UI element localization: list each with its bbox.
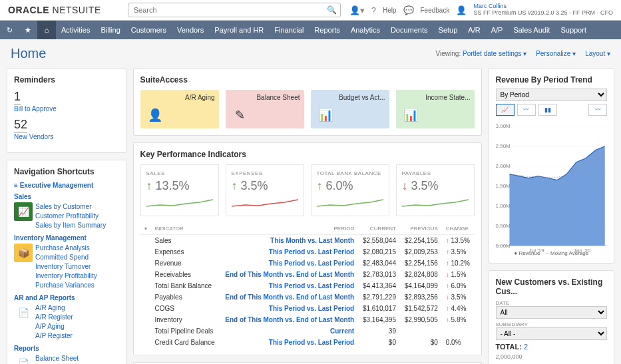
nav-documents[interactable]: Documents — [385, 21, 433, 39]
shortcut-link[interactable]: A/R Aging — [35, 303, 119, 313]
shortcut-exec[interactable]: Executive Management — [14, 182, 119, 189]
suite-tile[interactable]: Balance Sheet✎ — [226, 90, 304, 128]
shortcut-link[interactable]: Balance Sheet — [35, 354, 119, 363]
kpi-period[interactable]: Current — [220, 325, 358, 337]
suite-tile[interactable]: A/R Aging👤 — [140, 90, 219, 128]
shortcut-link[interactable]: Inventory Turnover — [35, 262, 119, 272]
kpi-th[interactable]: INDICATOR — [151, 223, 220, 235]
shortcut-link[interactable]: A/P Aging — [35, 322, 119, 331]
shortcut-link[interactable]: Purchase Analysis — [35, 244, 119, 253]
kpi-period[interactable]: This Period vs. Last Period — [220, 280, 358, 291]
nav-sales-audit[interactable]: Sales Audit — [508, 21, 555, 39]
shortcut-link[interactable]: Inventory Profitability — [35, 272, 119, 281]
kpi-th[interactable]: PERIOD — [220, 223, 358, 235]
shortcut-head[interactable]: AR and AP Reports — [14, 294, 119, 301]
help-icon[interactable]: ? — [371, 5, 376, 15]
reminder-link[interactable]: Bill to Approve — [14, 105, 119, 112]
kpi-period[interactable]: End of This Month vs. End of Last Month — [220, 291, 358, 303]
feedback-icon[interactable]: 💬 — [403, 5, 414, 15]
kpi-title: Key Performance Indicators — [140, 150, 475, 159]
kpi-th[interactable]: CURRENT — [358, 223, 400, 235]
search-icon[interactable]: 🔍 — [327, 5, 337, 15]
feedback-link[interactable]: Feedback — [421, 7, 450, 14]
shortcut-link[interactable]: A/P Register — [35, 331, 119, 341]
nav-back-icon[interactable]: ↻ — [0, 21, 19, 39]
thumb-area-icon[interactable]: 📈 — [496, 104, 515, 116]
ylabel: 1.00M — [496, 203, 511, 209]
kpi-current: $1,610,017 — [358, 303, 400, 314]
kpi-previous — [400, 325, 442, 337]
thumb-bar-icon[interactable]: ▮▮ — [538, 104, 557, 116]
tile-icon: 📊 — [316, 106, 335, 124]
kpi-period[interactable]: This Period vs. Last Period — [220, 337, 358, 348]
kpi-period[interactable]: End of This Month vs. End of Last Month — [220, 269, 358, 280]
nav-billing[interactable]: Billing — [95, 21, 125, 39]
date-label: DATE — [496, 300, 607, 306]
kpi-previous: $2,254,156 — [400, 258, 442, 269]
kpi-row: Payables End of This Month vs. End of La… — [140, 291, 475, 303]
chart-type-thumbs: 📈 〰 ▮▮ 〰 — [496, 104, 607, 116]
kpi-th[interactable]: CHANGE — [442, 223, 475, 235]
shortcut-head[interactable]: Sales — [14, 193, 119, 200]
shortcut-head[interactable]: Reports — [14, 345, 119, 352]
kpi-value: ↓ 3.5% — [402, 179, 469, 193]
tile-label: Budget vs Act... — [339, 94, 385, 101]
kpi-current: $2,483,044 — [358, 258, 400, 269]
help-link[interactable]: Help — [383, 7, 397, 14]
shortcut-link[interactable]: Customer Profitability — [35, 212, 119, 221]
kpi-change: 0.0% — [442, 337, 475, 348]
kpi-period[interactable]: This Period vs. Last Period — [220, 258, 358, 269]
nav-a-p[interactable]: A/P — [486, 21, 509, 39]
shortcut-link[interactable]: Purchase Variances — [35, 281, 119, 290]
sub-select[interactable]: - All - — [496, 327, 607, 340]
user-box[interactable]: Marc Collins SS FF Premium US v2019.2.0 … — [473, 3, 613, 17]
kpi-period[interactable]: This Period vs. Last Period — [220, 303, 358, 314]
nav-support[interactable]: Support — [555, 21, 592, 39]
nav-setup[interactable]: Setup — [433, 21, 463, 39]
shortcut-icon: 📈 — [14, 202, 33, 221]
rev-trend-selector[interactable]: By Period — [496, 89, 607, 101]
rev-trend-title: Revenue By Period Trend — [496, 75, 607, 85]
nav-financial[interactable]: Financial — [269, 21, 309, 39]
nav-analytics[interactable]: Analytics — [345, 21, 385, 39]
personalize-link[interactable]: Personalize ▾ — [536, 50, 576, 57]
shortcut-link[interactable]: Committed Spend — [35, 253, 119, 262]
ylabel: 1.50M — [496, 183, 511, 189]
kpi-period[interactable]: End of This Month vs. End of Last Month — [220, 314, 358, 325]
kpi-previous: $2,824,808 — [400, 269, 442, 280]
suite-tile[interactable]: Budget vs Act...📊 — [311, 90, 389, 128]
user-dropdown-icon[interactable]: 👤▾ — [349, 5, 365, 15]
kpi-row: Total Pipeline Deals Current 39 — [140, 325, 475, 337]
kpi-period[interactable]: This Period vs. Last Period — [220, 246, 358, 258]
shortcut-link[interactable]: A/R Register — [35, 313, 119, 322]
nav-activities[interactable]: Activities — [56, 21, 95, 39]
nav-a-r[interactable]: A/R — [463, 21, 485, 39]
suite-tile[interactable]: Income State...📊 — [396, 90, 475, 128]
nav-reports[interactable]: Reports — [309, 21, 345, 39]
kpi-period[interactable]: This Month vs. Last Month — [220, 235, 358, 247]
thumb-line-icon[interactable]: 〰 — [517, 104, 536, 116]
layout-link[interactable]: Layout ▾ — [585, 50, 610, 57]
reminder-link[interactable]: New Vendors — [14, 133, 119, 140]
kpi-card: Key Performance Indicators SALES ↑ 13.5%… — [133, 142, 482, 355]
shortcut-head[interactable]: Inventory Management — [14, 234, 119, 242]
page-bar: Home Viewing: Portlet date settings ▾ Pe… — [0, 39, 621, 68]
avatar-icon[interactable]: 👤 — [456, 5, 467, 15]
kpi-tile: TOTAL BANK BALANCE ↑ 6.0% — [311, 164, 389, 216]
nav-home-icon[interactable]: ⌂ — [37, 21, 56, 39]
kpi-tile: SALES ↑ 13.5% — [140, 164, 219, 216]
nav-payroll-and-hr[interactable]: Payroll and HR — [209, 21, 269, 39]
nav-star-icon[interactable]: ★ — [19, 21, 37, 39]
kpi-row: Revenue This Period vs. Last Period $2,4… — [140, 258, 475, 269]
kpi-th[interactable]: PREVIOUS — [400, 223, 442, 235]
date-select[interactable]: All — [496, 306, 607, 319]
shortcut-link[interactable]: Sales by Item Summary — [35, 221, 119, 230]
main-nav: ↻ ★ ⌂ ActivitiesBillingCustomersVendorsP… — [0, 21, 621, 39]
nav-vendors[interactable]: Vendors — [172, 21, 209, 39]
search-input[interactable] — [128, 3, 341, 17]
thumb-alt-icon[interactable]: 〰 — [588, 104, 607, 116]
sparkline-icon — [317, 198, 383, 209]
nav-customers[interactable]: Customers — [126, 21, 172, 39]
shortcut-link[interactable]: Sales by Customer — [35, 202, 119, 212]
viewing-label: Viewing: Portlet date settings ▾ — [436, 50, 527, 57]
